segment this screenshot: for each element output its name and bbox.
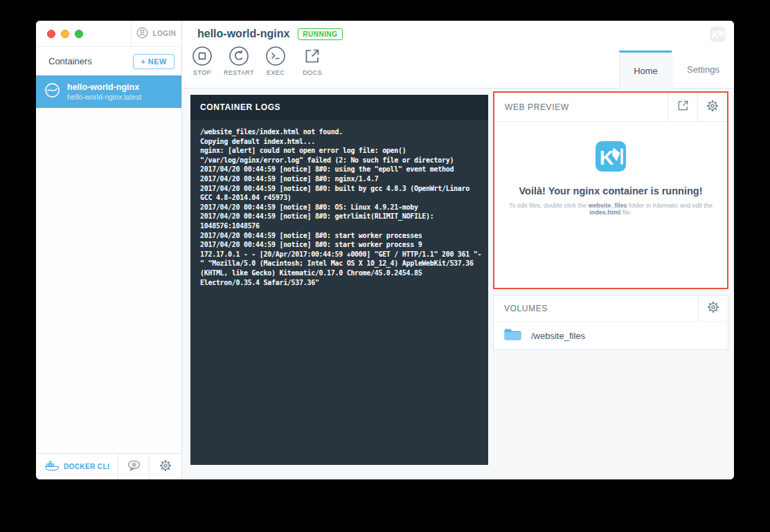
- preview-hint: To edit files, double click the website_…: [494, 202, 727, 216]
- svg-text:K: K: [712, 29, 719, 40]
- kitematic-logo: K: [595, 140, 627, 175]
- tab-bar: Home Settings: [619, 51, 734, 89]
- web-preview-panel: WEB PREVIEW: [493, 91, 728, 289]
- restart-button[interactable]: RESTART: [226, 46, 252, 76]
- feedback-button[interactable]: [118, 454, 149, 479]
- gear-icon: [707, 301, 719, 316]
- volume-row-website-files[interactable]: /website_files: [494, 322, 728, 349]
- sidebar-footer: DOCKER CLI: [36, 453, 181, 479]
- containers-heading: Containers: [48, 56, 133, 66]
- volume-path: /website_files: [531, 331, 585, 341]
- volumes-title: VOLUMES: [494, 296, 698, 321]
- stop-icon: [192, 46, 213, 66]
- minimize-window-button[interactable]: [61, 30, 69, 38]
- tab-settings[interactable]: Settings: [672, 51, 734, 89]
- docker-cli-button[interactable]: DOCKER CLI: [36, 454, 118, 479]
- container-toolbar: STOP RESTART: [189, 46, 325, 76]
- volumes-panel: VOLUMES: [493, 295, 728, 350]
- container-logs-scroll-area[interactable]: /website_files/index.html not found. Cop…: [190, 120, 488, 465]
- container-header: K hello-world-nginx RUNNING: [182, 21, 734, 89]
- zoom-window-button[interactable]: [75, 30, 83, 38]
- container-logs-panel: CONTAINER LOGS /website_files/index.html…: [190, 95, 488, 465]
- volumes-header: VOLUMES: [494, 296, 728, 322]
- open-in-browser-button[interactable]: [668, 93, 697, 121]
- preferences-button[interactable]: [149, 454, 181, 479]
- docker-cli-label: DOCKER CLI: [64, 463, 109, 470]
- web-preview-title: WEB PREVIEW: [494, 93, 668, 121]
- popout-icon: [677, 99, 690, 115]
- chat-bubble-icon: [127, 459, 141, 475]
- docs-button[interactable]: DOCS: [299, 46, 325, 76]
- restart-icon: [229, 46, 249, 66]
- container-logs-title: CONTAINER LOGS: [190, 95, 488, 120]
- window-controls: [36, 21, 131, 46]
- container-list-empty-area: [36, 108, 181, 453]
- kitematic-window: LOGIN Containers + NEW hello-world-nginx…: [36, 21, 734, 479]
- containers-header-row: Containers + NEW: [36, 47, 181, 75]
- close-window-button[interactable]: [47, 30, 55, 38]
- login-label: LOGIN: [152, 30, 176, 37]
- exec-button[interactable]: EXEC: [262, 46, 289, 76]
- docker-whale-icon: [44, 459, 60, 474]
- web-preview-settings-button[interactable]: [697, 93, 727, 121]
- sidebar-titlebar: LOGIN: [36, 21, 181, 47]
- new-container-button[interactable]: + NEW: [133, 54, 174, 69]
- terminal-icon: [265, 46, 286, 66]
- external-link-icon: [303, 46, 321, 66]
- preview-headline: Voilà! Your nginx container is running!: [494, 185, 727, 196]
- screen-background: LOGIN Containers + NEW hello-world-nginx…: [0, 0, 770, 532]
- gear-icon: [159, 459, 172, 475]
- login-button[interactable]: LOGIN: [131, 21, 181, 46]
- sidebar-item-hello-world-nginx[interactable]: hello-world-nginx hello-world-nginx:late…: [36, 75, 181, 108]
- svg-text:K: K: [600, 147, 614, 169]
- container-image-tag: hello-world-nginx:latest: [67, 93, 141, 102]
- container-name: hello-world-nginx: [67, 82, 141, 93]
- container-status-icon: [44, 82, 61, 102]
- main-area: K hello-world-nginx RUNNING: [182, 21, 734, 479]
- right-column: WEB PREVIEW: [493, 91, 728, 350]
- tab-home[interactable]: Home: [619, 51, 672, 89]
- kitematic-logo-faint: K: [710, 26, 726, 45]
- volumes-settings-button[interactable]: [698, 296, 728, 321]
- folder-icon: [503, 327, 522, 344]
- gear-icon: [706, 100, 719, 115]
- container-logs-text: /website_files/index.html not found. Cop…: [200, 127, 483, 287]
- sidebar: LOGIN Containers + NEW hello-world-nginx…: [36, 21, 182, 479]
- page-title: hello-world-nginx: [197, 28, 289, 40]
- web-preview-header: WEB PREVIEW: [494, 93, 727, 122]
- stop-button[interactable]: STOP: [189, 46, 215, 76]
- user-icon: [136, 27, 148, 40]
- status-badge: RUNNING: [298, 28, 342, 40]
- web-preview-content: K Voilà! Your nginx container is running…: [494, 122, 727, 216]
